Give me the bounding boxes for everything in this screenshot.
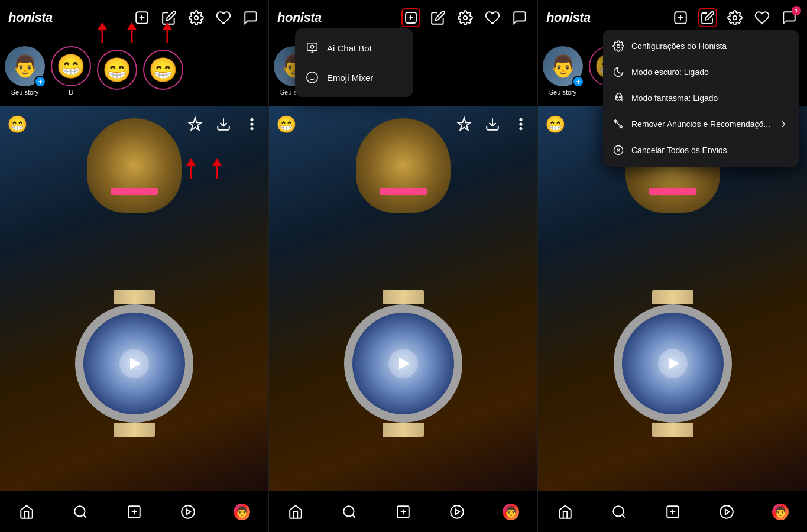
nav-avatar-3: 👨 [772, 504, 789, 520]
messenger-badge-3: 1 [792, 6, 801, 15]
post-actions-1 [186, 115, 261, 134]
edit-btn-1[interactable] [160, 8, 179, 27]
svg-point-44 [451, 505, 464, 518]
dropdown-ai-chat-2[interactable]: Ai Chat Bot [295, 33, 413, 63]
enhance-btn-1[interactable] [186, 115, 205, 134]
download-btn-2[interactable] [483, 115, 502, 134]
dropdown-emoji-mixer-2[interactable]: Emoji Mixer [295, 63, 413, 92]
svg-point-39 [343, 506, 354, 516]
settings-item-cancel-3[interactable]: Cancelar Todos os Envios [603, 137, 799, 163]
settings-config-label-3: Configurações do Honista [631, 41, 727, 51]
story-item-2-1[interactable]: 😁 B [51, 46, 91, 96]
nav-home-3[interactable] [552, 499, 578, 525]
nav-profile-1[interactable]: 👨 [229, 499, 255, 525]
messenger-btn-3[interactable]: 1 [780, 8, 799, 27]
post-area-2 [269, 106, 537, 491]
post-emoji-2: 😁 [276, 115, 297, 134]
bottom-nav-2: 👨 [269, 491, 537, 532]
svg-point-49 [733, 16, 737, 20]
nav-add-2[interactable] [390, 499, 416, 525]
svg-line-53 [614, 120, 622, 128]
svg-line-61 [622, 515, 625, 518]
post-emoji-3: 😁 [545, 115, 566, 134]
post-area-1 [0, 106, 268, 491]
more-btn-2[interactable] [511, 115, 530, 134]
svg-point-37 [520, 123, 521, 125]
nav-add-1[interactable] [121, 499, 147, 525]
story-label-self-1: Seu story [11, 89, 38, 96]
svg-point-65 [720, 505, 733, 518]
story-add-btn-3[interactable]: + [572, 76, 584, 87]
svg-point-50 [617, 45, 620, 48]
svg-point-18 [74, 506, 85, 516]
enhance-btn-2[interactable] [455, 115, 474, 134]
ar-plus-btn-3[interactable] [671, 8, 690, 27]
settings-btn-2[interactable] [456, 8, 475, 27]
nav-add-3[interactable] [660, 499, 686, 525]
edit-btn-2[interactable] [429, 8, 448, 27]
bottom-nav-1: 👨 [0, 491, 268, 532]
settings-dark-label-3: Modo escuro: Ligado [631, 67, 709, 77]
nav-search-1[interactable] [67, 499, 93, 525]
ar-plus-btn-2-highlighted[interactable] [401, 8, 420, 27]
stories-row-1: 👨 + Seu story 😁 B 😁 😁 [0, 35, 268, 106]
nav-profile-3[interactable]: 👨 [767, 499, 793, 525]
heart-btn-3[interactable] [753, 8, 772, 27]
svg-rect-29 [307, 43, 317, 51]
svg-line-40 [352, 515, 355, 518]
svg-point-38 [520, 128, 521, 129]
settings-ghost-label-3: Modo fantasma: Ligado [631, 93, 718, 103]
story-item-3-1[interactable]: 😁 [97, 50, 137, 92]
story-item-self-3[interactable]: 👨 + Seu story [543, 46, 583, 96]
heart-btn-1[interactable] [214, 8, 233, 27]
svg-marker-45 [456, 509, 460, 514]
bottom-nav-3: 👨 [538, 491, 807, 532]
post-bg-2 [269, 106, 537, 491]
story-item-self-1[interactable]: 👨 + Seu story [5, 46, 45, 96]
top-icons-3: 1 [671, 8, 799, 27]
nav-profile-2[interactable]: 👨 [498, 499, 524, 525]
story-item-4-1[interactable]: 😁 [143, 50, 183, 92]
story-add-btn-1[interactable]: + [34, 76, 46, 87]
svg-point-13 [251, 128, 252, 129]
ar-dropdown-2: Ai Chat Bot Emoji Mixer [295, 28, 413, 97]
nav-search-2[interactable] [336, 499, 362, 525]
story-emoji-2-1: 😁 [51, 46, 91, 86]
story-label-self-3: Seu story [549, 89, 576, 96]
settings-item-dark-3[interactable]: Modo escuro: Ligado [603, 59, 799, 85]
heart-btn-2[interactable] [483, 8, 502, 27]
nav-reels-1[interactable] [175, 499, 201, 525]
post-header-2: 😁 [269, 106, 537, 142]
story-label-2-1: B [69, 89, 73, 96]
story-emoji-3-1: 😁 [97, 50, 137, 90]
nav-home-2[interactable] [283, 499, 309, 525]
nav-avatar-2: 👨 [503, 504, 519, 520]
panel-3: honista 1 Configurações do Honis [538, 0, 807, 532]
svg-point-3 [195, 16, 199, 20]
download-btn-1[interactable] [214, 115, 233, 134]
edit-btn-3-highlighted[interactable] [698, 8, 717, 27]
more-btn-1[interactable] [242, 115, 261, 134]
nav-search-3[interactable] [606, 499, 632, 525]
settings-btn-3[interactable] [725, 8, 744, 27]
nav-avatar-1: 👨 [234, 504, 250, 520]
settings-item-ads-3[interactable]: Remover Anúncios e Recomendaçõ... [603, 111, 799, 137]
nav-home-1[interactable] [14, 499, 40, 525]
svg-point-11 [251, 119, 252, 121]
post-emoji-1: 😁 [7, 115, 28, 134]
settings-btn-1[interactable] [187, 8, 206, 27]
settings-item-ghost-3[interactable]: Modo fantasma: Ligado [603, 85, 799, 111]
messenger-btn-2[interactable] [510, 8, 529, 27]
svg-line-19 [83, 515, 86, 518]
dropdown-ai-chat-label-2: Ai Chat Bot [327, 43, 372, 53]
dropdown-emoji-mixer-label-2: Emoji Mixer [327, 73, 373, 83]
nav-reels-2[interactable] [444, 499, 470, 525]
top-icons-1 [132, 8, 260, 27]
nav-reels-3[interactable] [714, 499, 740, 525]
settings-item-config-3[interactable]: Configurações do Honista [603, 33, 799, 59]
logo-1: honista [8, 10, 132, 25]
logo-3: honista [546, 10, 671, 25]
messenger-btn-1[interactable] [241, 8, 260, 27]
svg-point-23 [182, 505, 195, 518]
ar-plus-btn-1[interactable] [132, 8, 151, 27]
